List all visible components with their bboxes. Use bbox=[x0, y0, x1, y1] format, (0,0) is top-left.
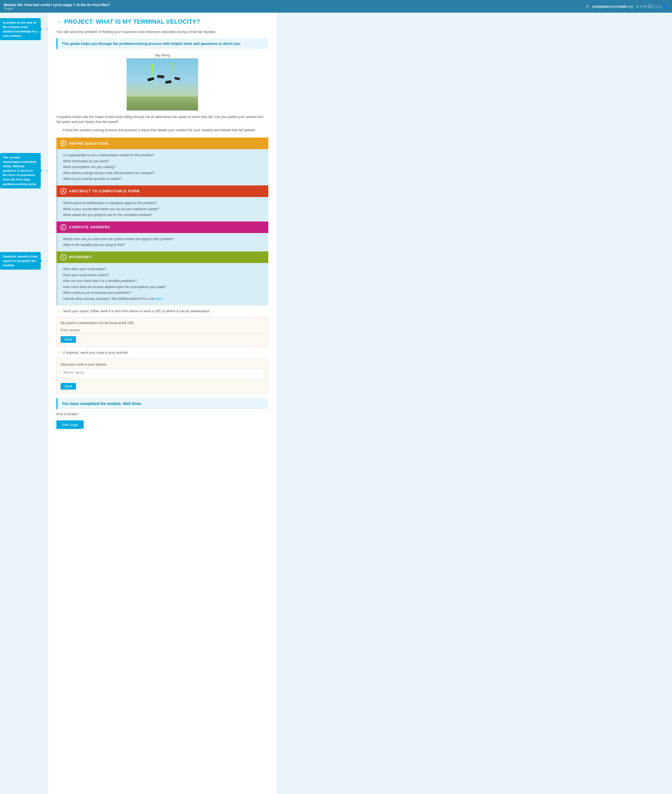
interpret-q1: What does your result mean? bbox=[63, 266, 263, 272]
follow-instruction: → Follow the problem-solving process and… bbox=[56, 128, 268, 133]
share-icon[interactable]: ↗ bbox=[585, 4, 589, 9]
compute-title: COMPUTE ANSWERS bbox=[69, 225, 110, 229]
skydiver-3 bbox=[165, 80, 171, 84]
page-title: → PROJECT: WHAT IS MY TERMINAL VELOCITY? bbox=[56, 18, 268, 25]
interpret-q6: How do other animals compare? See Wolfra… bbox=[63, 296, 263, 302]
user-icon[interactable]: 👤 bbox=[662, 4, 668, 9]
abstract-q3: What values are you going to use for the… bbox=[63, 212, 263, 218]
header: Module M1: How fast could I cycle stage … bbox=[0, 0, 672, 13]
define-section: D DEFINE QUESTIONS Is it appropriate to … bbox=[56, 137, 268, 185]
interpret-q4: How much does the answer depend upon the… bbox=[63, 284, 263, 290]
interpret-header: I INTERPRET bbox=[56, 251, 268, 263]
page-navigation: 31 of 30 ‹ › ⌂ 👤 bbox=[636, 4, 668, 9]
define-content: Is it appropriate to use a mathematical … bbox=[56, 149, 268, 185]
header-right: computerbasedmath.org 31 of 30 ‹ › ⌂ 👤 bbox=[592, 4, 668, 9]
image-container: Sky diving bbox=[56, 53, 268, 110]
interpret-letter: I bbox=[60, 254, 66, 260]
report-url-input[interactable] bbox=[61, 327, 264, 334]
tooltip-report: Students submit a final report to comple… bbox=[0, 252, 41, 270]
abstract-section: A ABSTRACT TO COMPUTABLE FORM Which phys… bbox=[56, 185, 268, 222]
define-q4: What factors change during a free fall a… bbox=[63, 170, 263, 176]
brand-text: computerbasedmath.org bbox=[592, 5, 633, 8]
form2-label: Send your code to your teacher. bbox=[61, 363, 264, 366]
compute-q1: Which tools can you take from the cyclis… bbox=[63, 236, 263, 242]
nav-prev-button[interactable]: ‹ bbox=[654, 4, 655, 9]
code-arrow-icon: → bbox=[56, 351, 61, 356]
skydiver-1 bbox=[147, 77, 154, 81]
form1-label: My report or presentation can be found a… bbox=[61, 321, 264, 325]
define-q5: What is your precise question to tackle? bbox=[63, 176, 263, 182]
guide-box: This guide helps you through the problem… bbox=[56, 38, 268, 49]
title-arrow-icon: → bbox=[56, 19, 62, 25]
tooltip-section: The section encourages individual study.… bbox=[0, 153, 41, 189]
compute-q2: What is the variable you are trying to f… bbox=[63, 242, 263, 248]
section-label: Project bbox=[4, 7, 110, 10]
next-page-button[interactable]: Next page bbox=[56, 420, 84, 429]
intro-text: You will solve the problem of finding yo… bbox=[56, 30, 268, 34]
compute-header: C COMPUTE ANSWERS bbox=[56, 222, 268, 233]
guide-text: This guide helps you through the problem… bbox=[62, 42, 264, 46]
interpret-q5: What could you do to improve your predic… bbox=[63, 290, 263, 296]
define-q1: Is it appropriate to use a mathematical … bbox=[63, 152, 263, 158]
interpret-q3: How can you check that it is a sensible … bbox=[63, 278, 263, 284]
skydiver-2 bbox=[157, 75, 165, 78]
image-caption: Sky diving bbox=[56, 53, 268, 57]
abstract-letter: A bbox=[60, 188, 66, 194]
compute-content: Which tools can you take from the cyclis… bbox=[56, 233, 268, 251]
completion-box: You have completed the module. Well done… bbox=[56, 398, 268, 409]
grid-icon[interactable] bbox=[648, 5, 653, 8]
tooltip-project: A project at the end of the module tests… bbox=[0, 18, 41, 40]
nav-next-button[interactable]: › bbox=[656, 4, 658, 9]
send-code-button[interactable]: Send bbox=[61, 383, 76, 390]
define-q3: What assumptions are you making? bbox=[63, 164, 263, 170]
home-icon[interactable]: ⌂ bbox=[659, 4, 662, 9]
define-q2: What information do you need? bbox=[63, 158, 263, 165]
compute-section: C COMPUTE ANSWERS Which tools can you ta… bbox=[56, 222, 268, 251]
send-report-button[interactable]: Send bbox=[61, 336, 76, 343]
abstract-content: Which physical relationships or equation… bbox=[56, 197, 268, 222]
define-title: DEFINE QUESTIONS bbox=[69, 141, 109, 145]
abstract-q2: What is your acceleration when you are a… bbox=[63, 206, 263, 212]
here-link[interactable]: here→ bbox=[155, 297, 165, 301]
smoke-right bbox=[171, 63, 173, 79]
abstract-title: ABSTRACT TO COMPUTABLE FORM bbox=[69, 189, 139, 193]
interpret-title: INTERPRET bbox=[69, 255, 92, 259]
compute-letter: C bbox=[60, 224, 66, 230]
header-left: Module M1: How fast could I cycle stage … bbox=[4, 3, 110, 10]
abstract-q1: Which physical relationships or equation… bbox=[63, 200, 263, 206]
skydiving-image bbox=[126, 58, 198, 110]
italic-caption: A skydiver knows that the shape of their… bbox=[56, 115, 268, 125]
ground bbox=[127, 97, 198, 110]
define-letter: D bbox=[60, 140, 66, 146]
code-input[interactable] bbox=[61, 369, 264, 379]
module-title: Module M1: How fast could I cycle stage … bbox=[4, 3, 110, 7]
skydiver-4 bbox=[174, 77, 180, 80]
main-content: → PROJECT: WHAT IS MY TERMINAL VELOCITY?… bbox=[48, 13, 277, 794]
completion-text: You have completed the module. Well done… bbox=[62, 401, 264, 406]
code-instruction: → If required, send your code to your te… bbox=[56, 351, 268, 356]
report-arrow-icon: → bbox=[56, 309, 61, 314]
define-header: D DEFINE QUESTIONS bbox=[56, 137, 268, 149]
interpret-section: I INTERPRET What does your result mean? … bbox=[56, 251, 268, 305]
send-report-instruction: → Send your report. Either write it in t… bbox=[56, 309, 268, 314]
report-form: My report or presentation can be found a… bbox=[56, 317, 268, 347]
abstract-header: A ABSTRACT TO COMPUTABLE FORM bbox=[56, 185, 268, 197]
interpret-content: What does your result mean? Does your re… bbox=[56, 263, 268, 305]
interpret-q2: Does your result seem correct? bbox=[63, 272, 263, 278]
page-number: 31 of 30 bbox=[636, 5, 647, 8]
code-form: Send your code to your teacher. Send bbox=[56, 358, 268, 394]
end-text: End of project. bbox=[56, 412, 268, 416]
arrow-icon: → bbox=[56, 128, 61, 133]
